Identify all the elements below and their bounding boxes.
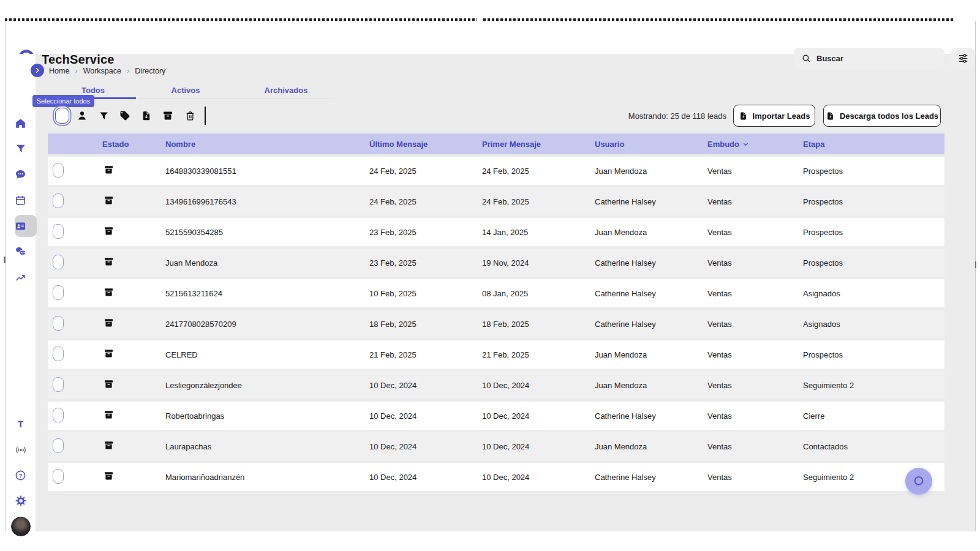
sidebar-item-help[interactable]: ?: [6, 470, 36, 481]
download-all-leads-button[interactable]: Descarga todos los Leads: [823, 105, 941, 127]
sidebar-item-filters[interactable]: [6, 143, 36, 154]
table-row[interactable]: 521561321162410 Feb, 202508 Jan, 2025Cat…: [48, 279, 944, 307]
row-checkbox[interactable]: [53, 408, 64, 422]
breadcrumb-workspace[interactable]: Workspace: [83, 67, 121, 75]
funnel-icon: [99, 111, 109, 121]
chevron-right-icon: [34, 67, 41, 74]
sidebar-item-contacts[interactable]: [6, 220, 36, 232]
file-download-icon: [141, 110, 152, 121]
table-row[interactable]: Juan Mendoza23 Feb, 202519 Nov, 2024Cath…: [48, 249, 944, 277]
file-import-icon: [739, 111, 748, 121]
table-row[interactable]: 164883033908155124 Feb, 202524 Feb, 2025…: [48, 157, 944, 185]
user-avatar[interactable]: [6, 517, 36, 536]
ultimo-cell: 10 Feb, 2025: [369, 289, 482, 298]
search-input[interactable]: Buscar: [794, 48, 944, 69]
column-etapa[interactable]: Etapa: [803, 140, 944, 149]
trending-up-icon: [15, 272, 26, 284]
row-checkbox[interactable]: [53, 255, 64, 269]
sidebar-item-calendar[interactable]: [6, 195, 36, 206]
column-usuario[interactable]: Usuario: [595, 140, 707, 149]
archive-box-icon: [162, 110, 173, 121]
row-checkbox[interactable]: [53, 377, 64, 392]
table-row[interactable]: Mariomariñoadrianzén10 Dec, 202410 Dec, …: [48, 463, 944, 491]
row-checkbox[interactable]: [53, 438, 64, 453]
export-file-button[interactable]: [140, 110, 153, 122]
home-icon: [15, 118, 26, 129]
sidebar-item-analytics[interactable]: [6, 272, 36, 284]
row-checkbox[interactable]: [53, 285, 64, 300]
funnel-icon: [15, 143, 26, 154]
usuario-cell: Catherine Halsey: [595, 411, 707, 421]
archive-status-icon: [104, 318, 114, 328]
gear-icon: [15, 495, 27, 507]
embudo-cell: Ventas: [707, 228, 803, 237]
archive-status-icon: [104, 195, 114, 206]
delete-button[interactable]: [184, 110, 196, 122]
archive-status-icon: [104, 471, 114, 481]
sliders-icon: [957, 53, 969, 64]
breadcrumb-home[interactable]: Home: [49, 67, 69, 75]
nombre-cell: Mariomariñoadrianzén: [165, 473, 369, 482]
row-checkbox[interactable]: [53, 193, 64, 208]
breadcrumb-separator: ›: [127, 66, 129, 75]
assistant-fab-button[interactable]: [905, 468, 932, 495]
archive-status-icon: [104, 165, 114, 175]
sidebar-expand-button[interactable]: [31, 64, 44, 77]
sidebar-item-settings[interactable]: [6, 495, 36, 507]
embudo-cell: Ventas: [707, 289, 803, 298]
ultimo-cell: 10 Dec, 2024: [369, 473, 482, 482]
table-row[interactable]: 134961699617654324 Feb, 202524 Feb, 2025…: [48, 187, 944, 216]
sidebar-item-home[interactable]: [6, 118, 36, 129]
column-embudo-label: Embudo: [707, 140, 739, 149]
search-icon: [801, 53, 812, 64]
etapa-cell: Contactados: [803, 442, 944, 451]
column-estado[interactable]: Estado: [102, 140, 165, 149]
filter-button[interactable]: [97, 110, 110, 122]
table-row[interactable]: 241770802857020918 Feb, 202518 Feb, 2025…: [48, 310, 944, 338]
breadcrumb: Home › Workspace › Directory: [49, 66, 165, 75]
row-checkbox[interactable]: [53, 469, 64, 484]
estado-cell: [102, 410, 165, 422]
column-primer-mensaje[interactable]: Primer Mensaje: [482, 140, 595, 149]
table-row[interactable]: CELRED21 Feb, 202521 Feb, 2025Juan Mendo…: [48, 340, 944, 369]
etapa-cell: Asignados: [803, 289, 944, 298]
ultimo-cell: 18 Feb, 2025: [369, 320, 482, 329]
select-all-tooltip: Seleccionar todos: [32, 95, 94, 107]
training-label: T: [18, 419, 23, 429]
select-all-checkbox[interactable]: [55, 108, 69, 124]
row-checkbox[interactable]: [53, 347, 64, 361]
app-window: TechService Buscar: [0, 0, 980, 551]
top-bar: TechService Buscar: [6, 21, 975, 54]
sidebar: T ?: [6, 54, 36, 531]
column-nombre[interactable]: Nombre: [165, 140, 369, 149]
usuario-cell: Catherine Halsey: [595, 197, 707, 206]
breadcrumb-directory[interactable]: Directory: [135, 67, 165, 75]
row-checkbox[interactable]: [53, 224, 64, 239]
table-row[interactable]: Laurapachas10 Dec, 202410 Dec, 2024Juan …: [48, 432, 944, 460]
brand-title: TechService: [42, 53, 115, 67]
row-checkbox[interactable]: [53, 316, 64, 331]
assign-user-button[interactable]: [76, 110, 88, 122]
tab-archivados[interactable]: Archivados: [265, 86, 308, 95]
nombre-cell: Robertoabringas: [165, 411, 369, 421]
avatar: [11, 517, 31, 536]
search-settings-button[interactable]: [951, 48, 974, 69]
column-embudo[interactable]: Embudo: [707, 140, 803, 149]
sidebar-item-broadcast[interactable]: [6, 444, 36, 456]
tab-todos[interactable]: Todos: [81, 86, 105, 95]
etapa-cell: Prospectos: [803, 258, 944, 268]
sidebar-item-conversations[interactable]: [6, 246, 36, 258]
row-checkbox[interactable]: [53, 163, 64, 178]
import-leads-button[interactable]: Importar Leads: [733, 105, 815, 127]
tag-button[interactable]: [119, 110, 131, 122]
sidebar-item-chats[interactable]: [6, 169, 36, 181]
sidebar-item-training[interactable]: T: [6, 419, 36, 429]
column-ultimo-mensaje[interactable]: Último Mensaje: [369, 140, 482, 149]
archive-button[interactable]: [162, 110, 174, 122]
table-row[interactable]: Lesliegonzálezjondee10 Dec, 202410 Dec, …: [48, 371, 944, 399]
table-row[interactable]: Robertoabringas10 Dec, 202410 Dec, 2024C…: [48, 402, 944, 430]
search-placeholder: Buscar: [816, 54, 843, 63]
table-row[interactable]: 521559035428523 Feb, 202514 Jan, 2025Jua…: [48, 218, 944, 246]
chat-bubble-icon: [15, 169, 26, 181]
tab-activos[interactable]: Activos: [172, 86, 200, 95]
